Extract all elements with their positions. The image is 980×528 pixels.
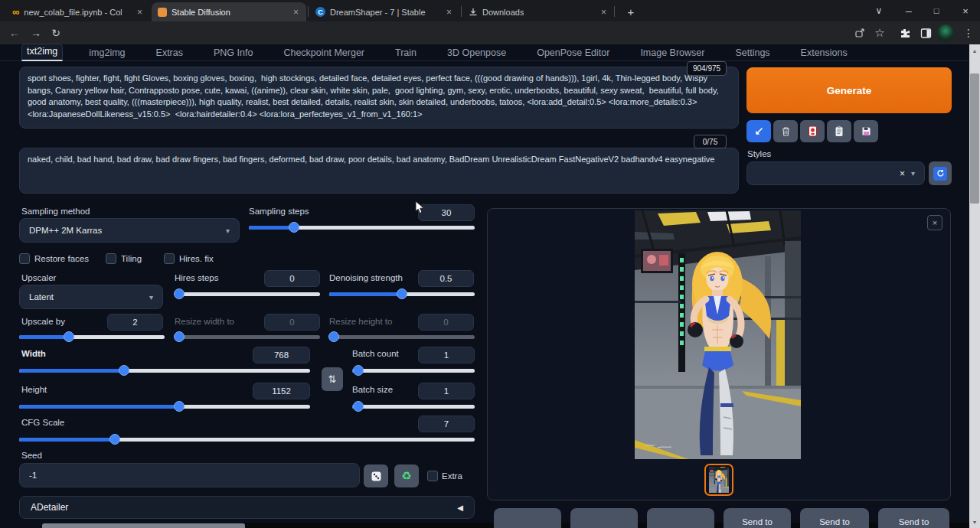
window-close-button[interactable]: × [954,0,977,21]
slider-handle[interactable] [397,288,407,299]
save-style-button[interactable] [854,120,878,142]
apply-styles-button[interactable] [827,120,851,142]
maximize-button[interactable]: □ [925,0,948,21]
tab-search-chevron-icon[interactable]: ∨ [867,0,890,21]
browser-tab-dreamshaper[interactable]: C DreamShaper - 7 | Stable Diffusio × [309,2,459,21]
hires-fix-checkbox[interactable] [164,253,175,264]
generated-image[interactable] [635,210,801,459]
scrollbar-thumb[interactable] [970,73,979,204]
denoising-slider[interactable] [329,288,475,299]
hires-steps-input[interactable] [264,270,320,287]
hires-steps-slider[interactable] [175,288,320,299]
extra-seed-checkbox[interactable] [427,471,438,481]
resize-height-input[interactable] [418,314,474,331]
slider-handle[interactable] [119,365,129,376]
cfg-scale-input[interactable] [418,416,475,432]
paste-generation-params-button[interactable] [746,120,771,142]
chevron-down-icon[interactable]: ▾ [911,169,915,178]
tab-checkpoint-merger[interactable]: Checkpoint Merger [279,46,369,61]
adetailer-accordion[interactable]: ADetailer ◀ [19,496,475,519]
seed-input[interactable] [19,463,360,487]
sampling-steps-input[interactable] [418,204,475,221]
tab-img2img[interactable]: img2img [84,46,129,61]
slider-handle[interactable] [174,331,185,342]
close-icon[interactable]: × [292,7,300,18]
styles-dropdown[interactable]: × ▾ [746,161,925,185]
width-input[interactable] [253,347,310,363]
cfg-scale-slider[interactable] [19,434,475,445]
tab-train[interactable]: Train [390,46,421,61]
generate-button[interactable]: Generate [746,67,952,113]
tiling-checkbox[interactable] [106,253,116,264]
slider-handle[interactable] [328,331,339,342]
reload-icon[interactable]: ↻ [47,24,64,41]
upscaler-dropdown[interactable]: Latent ▾ [19,285,163,309]
close-icon[interactable]: × [599,7,608,18]
back-icon[interactable]: ← [6,24,23,41]
tab-image-browser[interactable]: Image Browser [635,46,709,61]
sidebar-panel-icon[interactable] [917,24,934,41]
save-button[interactable] [494,508,561,528]
scroll-up-icon[interactable]: ▲ [969,44,980,57]
resize-width-input[interactable] [264,314,320,331]
browser-tab-colab[interactable]: ∞ new_colab_file.ipynb - Colaborat × [6,2,150,21]
tab-extensions[interactable]: Extensions [796,46,852,61]
send-to-inpaint-button[interactable]: Send to [800,508,869,528]
upscale-by-input[interactable] [107,314,163,331]
tab-openpose-editor[interactable]: OpenPose Editor [532,46,614,61]
browser-tab-stable-diffusion[interactable]: Stable Diffusion × [152,2,306,21]
close-icon[interactable]: × [445,7,453,18]
height-input[interactable] [253,383,310,399]
forward-icon[interactable]: → [28,24,44,41]
tab-3d-openpose[interactable]: 3D Openpose [443,46,511,61]
avatar[interactable] [937,24,954,41]
tab-txt2img[interactable]: txt2img [21,44,63,61]
new-tab-button[interactable]: + [620,2,642,21]
refresh-styles-button[interactable] [929,161,952,185]
upscale-by-slider[interactable] [19,331,165,342]
prompt-input[interactable]: sport shoes, fighter, fight, fight Glove… [19,67,739,129]
minimize-button[interactable]: – [897,0,920,21]
slider-handle[interactable] [353,401,364,412]
batch-size-slider[interactable] [352,401,475,412]
send-to-img2img-button[interactable]: Send to [724,508,791,528]
slider-handle[interactable] [353,365,364,376]
batch-size-input[interactable] [418,383,475,399]
sampling-steps-slider[interactable] [249,222,475,233]
slider-handle[interactable] [174,288,185,299]
tab-extras[interactable]: Extras [152,46,188,61]
slider-handle[interactable] [289,222,299,233]
batch-count-input[interactable] [418,347,475,363]
scroll-down-icon[interactable]: ▼ [969,516,980,528]
send-to-extras-button[interactable]: Send to [878,508,949,528]
sampling-method-dropdown[interactable]: DPM++ 2M Karras ▾ [19,218,240,243]
negative-prompt-input[interactable]: naked, child, bad hand, bad draw, bad dr… [19,148,739,194]
clear-prompt-button[interactable] [773,120,798,142]
extra-networks-button[interactable] [800,120,825,142]
close-icon[interactable]: × [136,7,144,18]
slider-handle[interactable] [64,331,74,342]
share-icon[interactable] [851,24,868,41]
width-slider[interactable] [19,365,310,376]
browser-tab-downloads[interactable]: Downloads × [462,2,614,21]
clear-styles-icon[interactable]: × [900,168,905,179]
image-close-button[interactable]: × [927,215,942,230]
resize-width-slider[interactable] [175,331,320,342]
zip-button[interactable] [570,508,638,528]
slider-handle[interactable] [109,434,120,445]
height-slider[interactable] [19,401,310,412]
tab-png-info[interactable]: PNG Info [209,46,257,61]
send-button-3[interactable] [647,508,714,528]
slider-handle[interactable] [174,401,185,412]
swap-dimensions-button[interactable]: ⇅ [322,367,343,391]
extensions-puzzle-icon[interactable] [896,24,913,41]
resize-height-slider[interactable] [329,331,475,342]
batch-count-slider[interactable] [352,365,475,376]
reuse-seed-button[interactable]: ♻ [394,464,419,487]
restore-faces-checkbox[interactable] [19,253,30,264]
gallery-thumbnail[interactable] [704,464,733,496]
bookmark-star-icon[interactable]: ☆ [871,24,888,41]
kebab-menu-icon[interactable]: ⋮ [960,24,977,41]
random-seed-button[interactable] [364,464,388,487]
denoising-input[interactable] [418,270,474,287]
